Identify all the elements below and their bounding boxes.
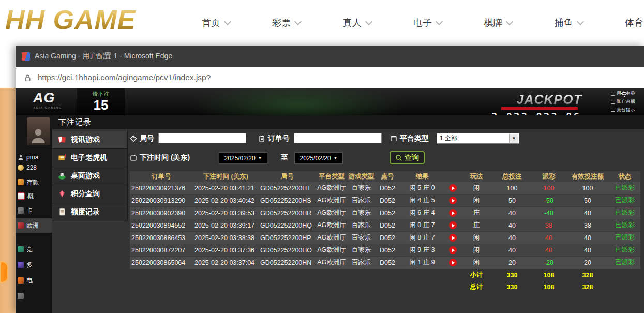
filters: 局号 订单号 平台类型 1.全部 ▼ bbox=[130, 132, 642, 170]
replay-button[interactable] bbox=[449, 234, 457, 242]
cell-game: 百家乐 bbox=[347, 208, 376, 217]
platform-icon bbox=[390, 135, 397, 142]
ag-topbar: AG ASIA GAMING 请下注 15 JACKPOT 3,023,023.… bbox=[16, 88, 644, 115]
date-from-select[interactable]: 2025/02/20 ▼ bbox=[219, 152, 267, 164]
screenshot-root: HH GAME 首页 彩票 真人 电子 棋牌 捕鱼 体育 Asia Gaming… bbox=[0, 0, 644, 313]
nav-item-live[interactable]: 真人 bbox=[343, 17, 371, 29]
cell-bet: 40 bbox=[492, 222, 532, 229]
cell-valid: 40 bbox=[566, 234, 609, 242]
column-header: 结果 bbox=[399, 172, 445, 181]
cell-order: 250220030894552 bbox=[130, 222, 193, 229]
lobby-item-7[interactable] bbox=[18, 291, 52, 301]
europe-hall-icon bbox=[18, 222, 24, 229]
cell-payout: 108 bbox=[532, 272, 566, 279]
cell-round: GD052252200HP bbox=[259, 234, 316, 242]
cell-result: 闲 8 庄 7 bbox=[399, 233, 445, 242]
nav-item-slots[interactable]: 电子 bbox=[413, 17, 442, 29]
cell-play: 闲 bbox=[460, 258, 492, 267]
replay-button[interactable] bbox=[449, 209, 457, 217]
lobby-item-label: 概 bbox=[27, 192, 34, 201]
menu-item-table-games[interactable]: 桌面游戏 bbox=[52, 167, 128, 185]
platform-select[interactable]: 1.全部 ▼ bbox=[437, 133, 519, 144]
cell-time: 2025-02-20 03:41:21 bbox=[193, 185, 259, 192]
replay-button[interactable] bbox=[449, 184, 457, 192]
replay-button[interactable] bbox=[449, 246, 457, 254]
lobby-item-2[interactable]: 卡 bbox=[18, 205, 52, 216]
menu-item-label: 积分查询 bbox=[71, 189, 100, 199]
cell-order: 250220030886453 bbox=[130, 234, 193, 242]
multi-table-icon bbox=[18, 262, 24, 268]
menu-item-points-query[interactable]: 积分查询 bbox=[52, 185, 128, 203]
cell-platform: AG欧洲厅 bbox=[316, 184, 347, 192]
address-bar[interactable]: https://gci.1hhapi.com/agingame/pcv1/ind… bbox=[16, 67, 644, 88]
card-icon bbox=[18, 192, 25, 200]
user-icon bbox=[18, 154, 24, 160]
replay-button[interactable] bbox=[449, 197, 457, 204]
lobby-item-5[interactable]: 多 bbox=[18, 260, 52, 270]
cell-bet: 100 bbox=[492, 185, 532, 192]
cell-platform: AG欧洲厅 bbox=[316, 196, 347, 205]
cell-platform: AG欧洲厅 bbox=[316, 233, 347, 242]
menu-item-label: 电子老虎机 bbox=[71, 153, 107, 162]
cell-valid: 328 bbox=[566, 284, 609, 291]
menu-item-label: 额度记录 bbox=[71, 207, 100, 217]
cell-table: D052 bbox=[376, 234, 399, 242]
dropdown-arrow-icon: ▼ bbox=[509, 134, 518, 143]
menu-item-video-games[interactable]: 视讯游戏 bbox=[52, 131, 128, 149]
cell-play: 闲 bbox=[460, 196, 492, 205]
cell-table: D052 bbox=[376, 222, 399, 229]
balance-label: 账户余额 bbox=[617, 98, 635, 106]
cell-round: GD052252200HT bbox=[259, 185, 316, 192]
lobby-item-4[interactable]: 竞 bbox=[18, 244, 52, 255]
url-text: https://gci.1hhapi.com/agingame/pcv1/ind… bbox=[38, 73, 211, 82]
replay-button[interactable] bbox=[449, 221, 457, 229]
lobby-item-deposit[interactable]: 存款 bbox=[18, 177, 52, 187]
lobby-item-6[interactable]: 电 bbox=[18, 275, 52, 286]
lobby-username-row[interactable]: pma bbox=[18, 152, 52, 162]
lobby-item-label: 存款 bbox=[26, 178, 39, 187]
menu-item-quota-records[interactable]: 额度记录 bbox=[52, 203, 128, 221]
cell-order: 250220030913290 bbox=[130, 197, 193, 204]
cell-result: 闲 1 庄 9 bbox=[399, 258, 445, 267]
date-to-select[interactable]: 2025/02/20 ▼ bbox=[294, 152, 343, 164]
nav-item-cards[interactable]: 棋牌 bbox=[484, 17, 512, 29]
side-tab[interactable] bbox=[0, 261, 8, 283]
page-background-strip bbox=[0, 46, 16, 88]
cell-play: 总计 bbox=[460, 282, 492, 291]
nav-item-fishing[interactable]: 捕鱼 bbox=[555, 17, 583, 29]
replay-button[interactable] bbox=[449, 259, 457, 266]
document-icon bbox=[57, 207, 67, 217]
site-logo: HH GAME bbox=[5, 4, 136, 35]
cell-result: 闲 0 庄 7 bbox=[399, 221, 445, 230]
cell-game: 百家乐 bbox=[347, 184, 376, 192]
cell-play: 庄 bbox=[460, 221, 492, 230]
nav-item-home[interactable]: 首页 bbox=[202, 17, 230, 29]
lobby-item-1[interactable]: 概 bbox=[18, 191, 52, 201]
cell-bet: 40 bbox=[492, 234, 532, 242]
lobby-balance-row[interactable]: 228 bbox=[18, 162, 52, 173]
lobby-item-europe-hall[interactable]: 欧洲 bbox=[16, 218, 52, 233]
cell-play: 闲 bbox=[460, 233, 492, 242]
cell-round: GD052252200HN bbox=[259, 259, 316, 266]
cell-status: 已派彩 bbox=[609, 184, 640, 192]
cell-play: 闲 bbox=[460, 246, 492, 255]
cell-valid: 328 bbox=[566, 272, 609, 279]
bet-table: 订单号下注时间 (美东)局号平台类型游戏类型桌号结果玩法总投注派彩有效投注额状态… bbox=[130, 171, 640, 293]
round-input[interactable] bbox=[158, 133, 246, 143]
cell-order: 250220030872207 bbox=[130, 247, 193, 254]
balance-text: 228 bbox=[26, 164, 37, 171]
menu-item-slots[interactable]: 电子老虎机 bbox=[52, 149, 128, 167]
nav-item-sports[interactable]: 体育 bbox=[625, 17, 644, 29]
nav-label: 捕鱼 bbox=[555, 17, 573, 29]
window-title: Asia Gaming - 用户配置 1 - Microsoft Edge bbox=[35, 52, 172, 61]
date-to-value: 2025/02/20 bbox=[300, 155, 331, 162]
lobby-item-label: 电 bbox=[26, 276, 33, 285]
order-input[interactable] bbox=[294, 133, 382, 143]
cell-round: GD052252200HS bbox=[259, 197, 316, 204]
lobby-item-label: 欧洲 bbox=[26, 221, 39, 230]
column-header: 下注时间 (美东) bbox=[193, 172, 259, 181]
window-titlebar[interactable]: Asia Gaming - 用户配置 1 - Microsoft Edge bbox=[16, 46, 644, 67]
cell-payout: 40 bbox=[532, 234, 566, 242]
nav-item-lottery[interactable]: 彩票 bbox=[272, 17, 301, 29]
search-button[interactable]: 查询 bbox=[390, 151, 425, 164]
